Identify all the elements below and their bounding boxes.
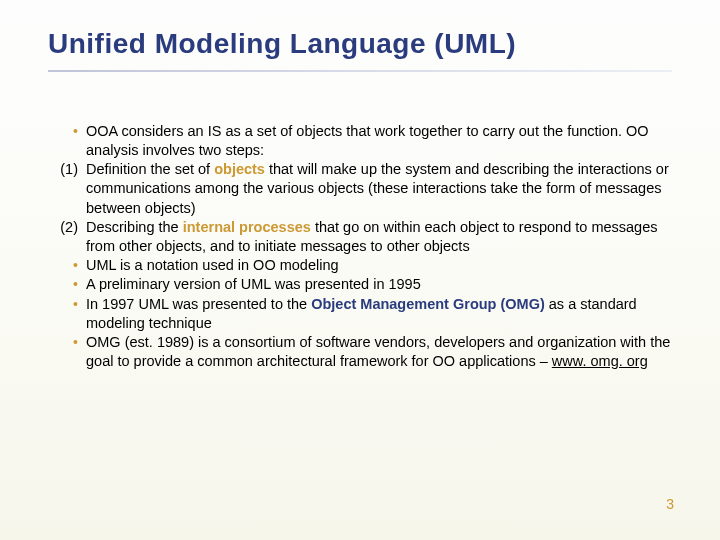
list-item: •A preliminary version of UML was presen… <box>48 275 672 295</box>
list-item-text: OMG (est. 1989) is a consortium of softw… <box>86 333 672 371</box>
text-segment: A preliminary version of UML was present… <box>86 276 421 292</box>
slide-content: •OOA considers an IS as a set of objects… <box>48 122 672 372</box>
number-marker: (1) <box>48 160 86 217</box>
list-item-text: In 1997 UML was presented to the Object … <box>86 295 672 333</box>
number-marker: (2) <box>48 218 86 256</box>
list-item-text: UML is a notation used in OO modeling <box>86 256 672 276</box>
list-item: •In 1997 UML was presented to the Object… <box>48 295 672 333</box>
title-gap <box>48 78 672 122</box>
list-item: (2)Describing the internal processes tha… <box>48 218 672 256</box>
list-item: •OOA considers an IS as a set of objects… <box>48 122 672 160</box>
text-segment: UML is a notation used in OO modeling <box>86 257 339 273</box>
title-underline <box>48 70 672 72</box>
text-kw-objects: objects <box>214 161 265 177</box>
page-number: 3 <box>666 496 674 512</box>
list-item: •UML is a notation used in OO modeling <box>48 256 672 276</box>
bullet-marker: • <box>48 122 86 160</box>
text-segment: Definition the set of <box>86 161 214 177</box>
bullet-marker: • <box>48 256 86 276</box>
text-kw-omg: Object Management Group (OMG) <box>311 296 545 312</box>
list-item-text: Describing the internal processes that g… <box>86 218 672 256</box>
bullet-marker: • <box>48 333 86 371</box>
list-item-text: Definition the set of objects that will … <box>86 160 672 217</box>
list-item: •OMG (est. 1989) is a consortium of soft… <box>48 333 672 371</box>
slide: Unified Modeling Language (UML) •OOA con… <box>0 0 720 540</box>
list-item: (1)Definition the set of objects that wi… <box>48 160 672 217</box>
bullet-marker: • <box>48 275 86 295</box>
list-item-text: OOA considers an IS as a set of objects … <box>86 122 672 160</box>
bullet-marker: • <box>48 295 86 333</box>
text-segment: In 1997 UML was presented to the <box>86 296 311 312</box>
text-segment: OOA considers an IS as a set of objects … <box>86 123 649 158</box>
text-segment: Describing the <box>86 219 183 235</box>
slide-title: Unified Modeling Language (UML) <box>48 28 672 60</box>
text-link: www. omg. org <box>552 353 648 369</box>
text-kw-internal: internal processes <box>183 219 311 235</box>
list-item-text: A preliminary version of UML was present… <box>86 275 672 295</box>
